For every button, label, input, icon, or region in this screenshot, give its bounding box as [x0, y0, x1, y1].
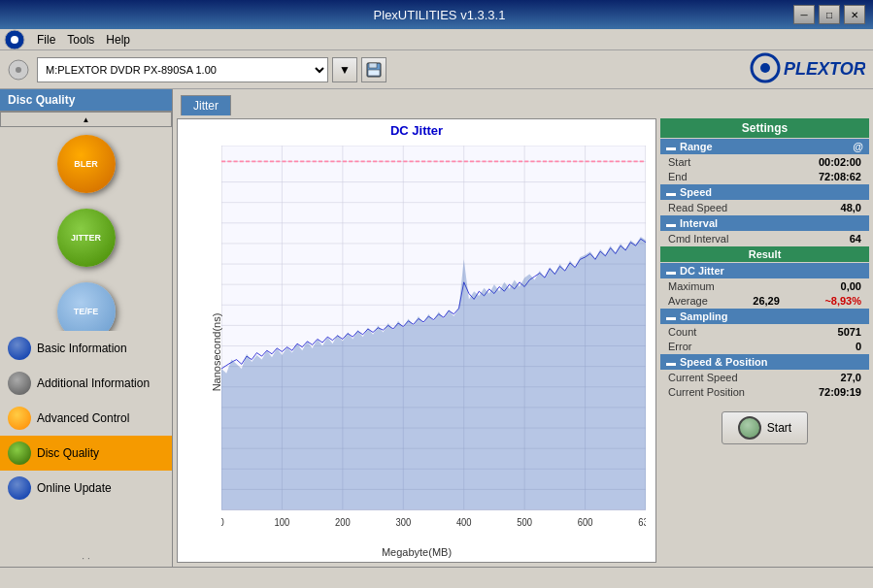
sidebar-nav: Basic Information Additional Information…: [0, 331, 172, 550]
speed-label: Speed: [680, 186, 712, 198]
read-speed-label: Read Speed: [668, 202, 727, 213]
disc-bler-area: BLER: [0, 127, 172, 201]
online-update-label: Online Update: [37, 481, 112, 495]
error-label: Error: [668, 341, 691, 352]
dc-jitter-result-label: DC Jitter: [680, 265, 724, 277]
minimize-button[interactable]: ─: [793, 5, 815, 24]
count-value: 5071: [838, 326, 861, 338]
svg-text:PLEXTOR: PLEXTOR: [784, 59, 865, 79]
dc-jitter-max-label: Maximum: [668, 280, 715, 292]
scroll-up-button[interactable]: ▲: [0, 112, 172, 127]
svg-text:200: 200: [335, 516, 351, 528]
dc-jitter-section-header: ▬ DC Jitter: [660, 263, 869, 278]
save-button[interactable]: [361, 57, 386, 82]
svg-text:500: 500: [517, 516, 532, 528]
dc-jitter-collapse-btn[interactable]: ▬: [666, 266, 676, 277]
start-label: Start: [767, 421, 791, 435]
bler-disc-icon[interactable]: BLER: [57, 135, 116, 193]
menu-bar: File Tools Help: [0, 29, 873, 50]
disc-jitter-area: JITTER: [0, 201, 172, 275]
content-area: Jitter DC Jitter: [173, 89, 873, 567]
tab-jitter[interactable]: Jitter: [181, 95, 231, 115]
dc-jitter-max-row: Maximum 0,00: [660, 279, 869, 293]
chart-container: DC Jitter: [177, 118, 656, 563]
sidebar-item-additional-information[interactable]: Additional Information: [0, 366, 172, 401]
speed-section-header: ▬ Speed: [660, 184, 869, 200]
dc-jitter-avg-value: 26,29: [753, 295, 780, 307]
tefe-disc-icon[interactable]: TE/FE: [57, 282, 116, 331]
svg-text:634: 634: [638, 516, 646, 528]
disc-tefe-area: TE/FE: [0, 275, 172, 331]
status-bar: [0, 567, 873, 588]
y-axis-label: Nanosecond(ns): [211, 312, 222, 391]
additional-information-label: Additional Information: [37, 376, 150, 390]
count-label: Count: [668, 326, 696, 338]
maximize-button[interactable]: □: [819, 5, 840, 24]
range-email-btn[interactable]: @: [853, 141, 863, 152]
dropdown-button[interactable]: ▼: [332, 57, 357, 82]
sampling-count-row: Count 5071: [660, 325, 869, 339]
drive-selector[interactable]: M:PLEXTOR DVDR PX-890SA 1.00: [37, 57, 328, 82]
svg-text:400: 400: [456, 516, 472, 528]
dc-jitter-avg-label: Average: [668, 295, 708, 307]
end-value: 72:08:62: [819, 171, 861, 182]
svg-text:100: 100: [275, 516, 290, 528]
settings-header: Settings: [660, 118, 869, 138]
current-position-label: Current Position: [668, 386, 745, 398]
svg-text:600: 600: [578, 516, 593, 528]
toolbar: M:PLEXTOR DVDR PX-890SA 1.00 ▼ PLEXTOR: [0, 50, 873, 89]
sampling-section-header: ▬ Sampling: [660, 309, 869, 324]
settings-panel: Settings ▬ Range @ Start 00:02:00 End 72…: [660, 118, 869, 563]
title-bar: PlexUTILITIES v1.3.3.1 ─ □ ✕: [0, 0, 873, 29]
menu-file[interactable]: File: [31, 31, 61, 49]
menu-tools[interactable]: Tools: [61, 31, 100, 49]
current-speed-value: 27,0: [841, 372, 861, 383]
start-button[interactable]: Start: [722, 411, 808, 444]
sidebar-header: Disc Quality: [0, 89, 172, 112]
chart-title: DC Jitter: [178, 119, 655, 142]
svg-text:0: 0: [221, 516, 224, 528]
speed-collapse-btn[interactable]: ▬: [666, 187, 676, 198]
sidebar-bottom-dots: · ·: [0, 549, 172, 567]
main-area: Disc Quality ▲ BLER JITTER TE/FE · · · ·…: [0, 89, 873, 567]
menu-help[interactable]: Help: [100, 31, 136, 49]
tab-bar: Jitter: [173, 89, 873, 114]
start-value: 00:02:00: [819, 156, 861, 168]
close-button[interactable]: ✕: [844, 5, 865, 24]
sidebar-item-basic-information[interactable]: Basic Information: [0, 331, 172, 366]
range-collapse-btn[interactable]: ▬: [666, 142, 676, 152]
speed-row: Read Speed 48,0: [660, 201, 869, 214]
sampling-label: Sampling: [680, 310, 728, 322]
sampling-collapse-btn[interactable]: ▬: [666, 311, 676, 322]
app-icon: [4, 29, 25, 50]
sidebar-item-disc-quality[interactable]: Disc Quality: [0, 436, 172, 471]
range-end-row: End 72:08:62: [660, 170, 869, 183]
chart-svg: 0 2 4 6 8 10 12 14 16 18 20 22 24 26: [221, 146, 646, 533]
chart-settings-area: DC Jitter: [173, 114, 873, 567]
sidebar-item-online-update[interactable]: Online Update: [0, 471, 172, 506]
interval-section-header: ▬ Interval: [660, 215, 869, 231]
sampling-error-row: Error 0: [660, 340, 869, 353]
svg-point-3: [16, 67, 21, 73]
window-controls: ─ □ ✕: [793, 5, 865, 24]
sidebar-item-advanced-control[interactable]: Advanced Control: [0, 401, 172, 436]
start-icon: [738, 416, 761, 440]
speed-pos-collapse-btn[interactable]: ▬: [666, 357, 676, 368]
dc-jitter-avg-row: Average 26,29 ~8,93%: [660, 294, 869, 308]
start-label: Start: [668, 156, 690, 168]
result-header: Result: [660, 246, 869, 262]
read-speed-value: 48,0: [841, 202, 861, 213]
svg-rect-5: [369, 63, 377, 68]
chart-area: 0 2 4 6 8 10 12 14 16 18 20 22 24 26: [178, 142, 655, 562]
drive-icon: [8, 59, 29, 81]
range-start-row: Start 00:02:00: [660, 155, 869, 169]
online-update-icon: [8, 476, 31, 500]
advanced-control-label: Advanced Control: [37, 411, 129, 425]
end-label: End: [668, 171, 688, 182]
basic-information-icon: [8, 337, 31, 360]
cmd-interval-value: 64: [850, 233, 861, 245]
plextor-logo: PLEXTOR: [749, 51, 865, 87]
svg-rect-6: [368, 70, 380, 76]
jitter-disc-icon[interactable]: JITTER: [57, 209, 116, 267]
interval-collapse-btn[interactable]: ▬: [666, 218, 676, 229]
